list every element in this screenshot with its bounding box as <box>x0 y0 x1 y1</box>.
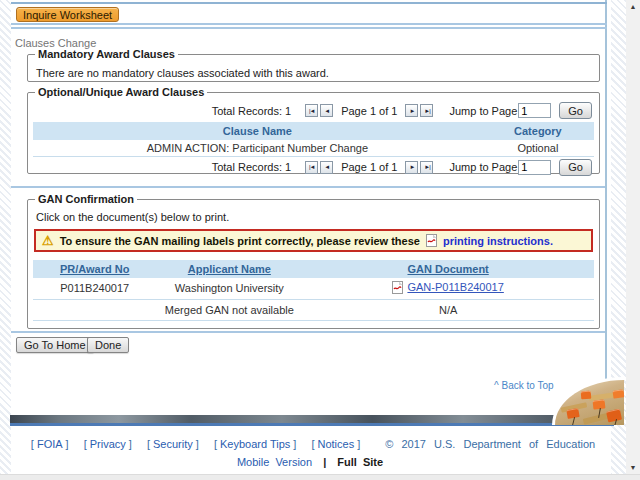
photo-shape <box>612 389 624 398</box>
total-records-label: Total Records: 1 <box>212 161 291 173</box>
category-header: Category <box>482 122 594 140</box>
pdf-icon <box>426 234 437 247</box>
mobile-version-link[interactable]: Mobile Version <box>237 456 312 468</box>
table-row: P011B240017 Washington University GAN-P0… <box>33 278 594 299</box>
page-indicator: Page 1 of 1 <box>341 161 397 173</box>
scroll-down-icon[interactable]: ▼ <box>626 464 640 471</box>
table-row: ADMIN ACTION: Participant Number Change … <box>33 140 594 156</box>
go-button[interactable]: Go <box>559 159 592 176</box>
caret-up-icon: ^ <box>494 380 499 391</box>
first-page-button[interactable]: |◄ <box>305 104 318 117</box>
applicant-name-cell: Merged GAN not available <box>156 299 302 320</box>
back-to-top-link[interactable]: ^ Back to Top <box>494 380 554 391</box>
warning-text: To ensure the GAN mailing labels print c… <box>60 235 420 247</box>
pr-award-no-cell: P011B240017 <box>33 278 156 299</box>
page-indicator: Page 1 of 1 <box>341 105 397 117</box>
classroom-photo <box>552 377 624 425</box>
bracket: ] <box>129 438 132 450</box>
footer-link-label: Notices <box>317 438 354 450</box>
footer-link-privacy[interactable]: [Privacy] <box>81 438 135 450</box>
first-page-button[interactable]: |◄ <box>305 161 318 174</box>
horizontal-scrollbar[interactable] <box>0 474 640 480</box>
back-to-top-label: Back to Top <box>501 380 553 391</box>
jump-to-page-label: Jump to Page <box>449 161 517 173</box>
footer-blue-bar <box>10 423 614 426</box>
last-page-button[interactable]: ►| <box>420 104 433 117</box>
footer-separator: | <box>323 456 326 468</box>
bracket: [ <box>311 438 314 450</box>
full-site-label: Full Site <box>337 456 383 468</box>
applicant-name-cell: Washington University <box>156 278 302 299</box>
prev-page-button[interactable]: ◄ <box>320 104 333 117</box>
scroll-up-icon[interactable]: ▲ <box>626 3 640 10</box>
bracket: [ <box>31 438 34 450</box>
copyright-text: © 2017 U.S. Department of Education <box>385 438 595 450</box>
photo-shape <box>606 409 622 423</box>
table-row: Merged GAN not available N/A <box>33 299 594 320</box>
last-page-button[interactable]: ►| <box>420 161 433 174</box>
footer-link-notices[interactable]: [Notices] <box>308 438 363 450</box>
footer-banner-image <box>10 415 614 423</box>
page: ▲ ▼ Inquire Worksheet Clauses Change Man… <box>0 0 640 480</box>
pr-award-no-cell <box>33 299 156 320</box>
gan-instruction: Click on the document(s) below to print. <box>36 211 592 223</box>
top-divider <box>11 2 607 4</box>
jump-to-page-input[interactable] <box>518 103 551 118</box>
gan-document-cell: N/A <box>302 299 594 320</box>
bracket: ] <box>357 438 360 450</box>
footer-link-security[interactable]: [Security] <box>144 438 202 450</box>
next-page-button[interactable]: ► <box>405 104 418 117</box>
bracket: ] <box>293 438 296 450</box>
section-divider <box>11 27 607 29</box>
footer-link-label: Security <box>153 438 193 450</box>
warning-icon: ⚠ <box>42 234 54 247</box>
pr-award-no-header[interactable]: PR/Award No <box>60 263 129 275</box>
warning-banner: ⚠ To ensure the GAN mailing labels print… <box>34 229 593 252</box>
go-button[interactable]: Go <box>559 102 592 119</box>
bracket: [ <box>147 438 150 450</box>
bracket: [ <box>214 438 217 450</box>
footer-site-switch: Mobile Version | Full Site <box>11 456 609 468</box>
pdf-icon <box>392 281 403 294</box>
done-button[interactable]: Done <box>87 337 129 353</box>
inquire-worksheet-button[interactable]: Inquire Worksheet <box>16 7 119 22</box>
footer-links: [FOIA] [Privacy] [Security] [Keyboard Ti… <box>11 438 609 450</box>
mandatory-clauses-legend: Mandatory Award Clauses <box>35 48 178 60</box>
applicant-name-header[interactable]: Applicant Name <box>188 263 271 275</box>
gan-documents-table: PR/Award No Applicant Name GAN Document … <box>33 260 594 321</box>
go-to-home-button[interactable]: Go To Home <box>16 337 94 353</box>
footer-link-label: Privacy <box>90 438 126 450</box>
jump-to-page-input[interactable] <box>518 160 551 175</box>
optional-clauses-legend: Optional/Unique Award Clauses <box>35 86 207 98</box>
total-records-label: Total Records: 1 <box>212 105 291 117</box>
gan-confirmation-fieldset: GAN Confirmation Click on the document(s… <box>27 193 600 329</box>
printing-instructions-link[interactable]: printing instructions. <box>443 235 553 247</box>
mandatory-empty-message: There are no mandatory clauses associate… <box>36 67 592 79</box>
gan-document-header[interactable]: GAN Document <box>407 263 488 275</box>
next-page-button[interactable]: ► <box>405 161 418 174</box>
bracket: [ <box>84 438 87 450</box>
jump-to-page-label: Jump to Page <box>449 105 517 117</box>
pagination-bar-top: Total Records: 1 |◄ ◄ Page 1 of 1 ► ►| J… <box>33 100 594 121</box>
footer-link-keyboard-tips[interactable]: [Keyboard Tips] <box>211 438 299 450</box>
optional-clauses-fieldset: Optional/Unique Award Clauses Total Reco… <box>27 86 600 174</box>
prev-page-button[interactable]: ◄ <box>320 161 333 174</box>
photo-shape <box>572 417 575 425</box>
section-divider <box>11 331 605 333</box>
gan-confirmation-legend: GAN Confirmation <box>35 193 137 205</box>
footer-link-foia[interactable]: [FOIA] <box>28 438 72 450</box>
photo-shape <box>581 391 592 400</box>
footer-link-label: Keyboard Tips <box>220 438 290 450</box>
section-divider <box>11 23 607 25</box>
vertical-scrollbar[interactable]: ▲ ▼ <box>626 0 640 474</box>
bracket: ] <box>196 438 199 450</box>
gan-document-cell: GAN-P011B240017 <box>302 278 594 299</box>
clause-name-header: Clause Name <box>33 122 482 140</box>
clauses-table: Clause Name Category ADMIN ACTION: Parti… <box>33 122 594 157</box>
content-right-border <box>605 0 607 415</box>
clause-name-cell: ADMIN ACTION: Participant Number Change <box>33 140 482 156</box>
section-divider <box>11 186 605 188</box>
category-cell: Optional <box>482 140 594 156</box>
bracket: ] <box>66 438 69 450</box>
gan-document-link[interactable]: GAN-P011B240017 <box>407 281 503 293</box>
